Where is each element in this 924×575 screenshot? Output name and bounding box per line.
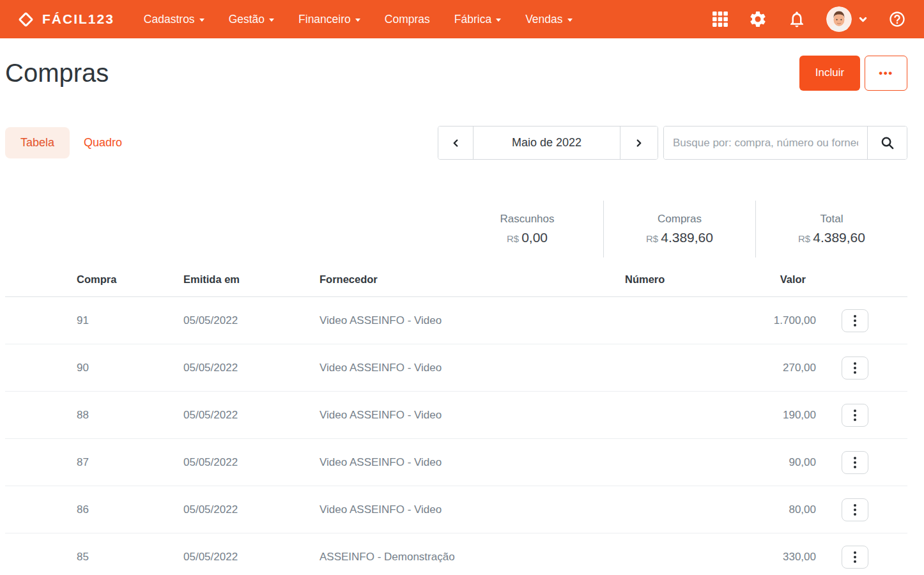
nav-right-actions xyxy=(712,6,906,32)
caret-down-icon xyxy=(496,19,501,22)
row-actions-button[interactable] xyxy=(842,404,868,427)
user-menu[interactable] xyxy=(826,6,868,32)
menu-item-label: Cadastros xyxy=(144,13,195,26)
menu-item-cadastros[interactable]: Cadastros xyxy=(144,13,204,26)
table-row[interactable]: 90 05/05/2022 Video ASSEINFO - Video 270… xyxy=(5,344,907,392)
search-input[interactable] xyxy=(664,126,867,159)
title-row: Compras Incluir ••• xyxy=(5,55,907,91)
top-nav: FÁCIL123 Cadastros Gestão Financeiro Com… xyxy=(0,0,924,38)
search-button[interactable] xyxy=(867,126,907,159)
stat-value: R$0,00 xyxy=(507,230,548,245)
table-row[interactable]: 86 05/05/2022 Video ASSEINFO - Video 80,… xyxy=(5,486,907,533)
menu-item-compras[interactable]: Compras xyxy=(385,13,430,26)
row-actions-button[interactable] xyxy=(842,309,868,332)
main-menu: Cadastros Gestão Financeiro Compras Fábr… xyxy=(144,13,573,26)
col-header-fornecedor: Fornecedor xyxy=(320,273,625,286)
col-header-numero: Número xyxy=(625,273,740,286)
row-actions-button[interactable] xyxy=(842,451,868,474)
menu-item-label: Gestão xyxy=(229,13,265,26)
tab-quadro[interactable]: Quadro xyxy=(84,136,122,150)
cell-fornecedor: Video ASSEINFO - Video xyxy=(320,314,625,327)
menu-item-label: Vendas xyxy=(525,13,562,26)
menu-item-financeiro[interactable]: Financeiro xyxy=(298,13,360,26)
stat-rascunhos: Rascunhos R$0,00 xyxy=(451,201,603,257)
cell-fornecedor: ASSEINFO - Demonstração xyxy=(320,551,625,564)
summary-row: Rascunhos R$0,00 Compras R$4.389,60 Tota… xyxy=(5,201,907,257)
table-row[interactable]: 85 05/05/2022 ASSEINFO - Demonstração 33… xyxy=(5,533,907,575)
cell-fornecedor: Video ASSEINFO - Video xyxy=(320,409,625,422)
cell-compra: 90 xyxy=(77,362,183,374)
cell-emitida: 05/05/2022 xyxy=(183,456,320,469)
brand-diamond-icon xyxy=(18,12,33,27)
menu-item-label: Fábrica xyxy=(454,13,491,26)
cell-valor: 90,00 xyxy=(740,456,816,469)
cell-emitida: 05/05/2022 xyxy=(183,409,320,422)
stat-label: Rascunhos xyxy=(500,213,554,226)
row-actions-button[interactable] xyxy=(842,498,868,521)
next-month-button[interactable] xyxy=(620,126,658,159)
cell-valor: 80,00 xyxy=(740,503,816,516)
cell-emitida: 05/05/2022 xyxy=(183,362,320,374)
chevron-right-icon xyxy=(633,137,645,149)
help-icon[interactable] xyxy=(888,10,906,28)
cell-valor: 1.700,00 xyxy=(740,314,816,327)
table-row[interactable]: 91 05/05/2022 Video ASSEINFO - Video 1.7… xyxy=(5,297,907,344)
menu-item-vendas[interactable]: Vendas xyxy=(525,13,572,26)
stat-value: R$4.389,60 xyxy=(798,230,865,245)
col-header-emitida: Emitida em xyxy=(183,273,320,286)
cell-valor: 330,00 xyxy=(740,551,816,564)
col-header-valor: Valor xyxy=(740,273,816,286)
chevron-left-icon xyxy=(450,137,461,149)
prev-month-button[interactable] xyxy=(438,126,473,159)
more-options-button[interactable]: ••• xyxy=(865,56,907,91)
page-title: Compras xyxy=(5,59,109,88)
chevron-down-icon xyxy=(858,14,868,25)
filter-row: Tabela Quadro Maio de 2022 xyxy=(5,126,907,160)
cell-compra: 91 xyxy=(77,314,183,327)
cell-valor: 190,00 xyxy=(740,409,816,422)
cell-emitida: 05/05/2022 xyxy=(183,551,320,564)
title-actions: Incluir ••• xyxy=(799,56,907,91)
incluir-button[interactable]: Incluir xyxy=(799,56,860,91)
caret-down-icon xyxy=(567,19,573,22)
stat-value: R$4.389,60 xyxy=(646,230,713,245)
cell-fornecedor: Video ASSEINFO - Video xyxy=(320,456,625,469)
cell-fornecedor: Video ASSEINFO - Video xyxy=(320,362,625,374)
bell-icon[interactable] xyxy=(787,10,806,29)
menu-item-gestao[interactable]: Gestão xyxy=(229,13,274,26)
cell-compra: 85 xyxy=(77,551,183,564)
row-actions-button[interactable] xyxy=(842,356,868,379)
view-tabs: Tabela Quadro xyxy=(5,127,122,158)
tab-tabela[interactable]: Tabela xyxy=(5,127,70,158)
stat-total: Total R$4.389,60 xyxy=(755,201,907,257)
cell-emitida: 05/05/2022 xyxy=(183,503,320,516)
menu-item-label: Compras xyxy=(385,13,430,26)
row-actions-button[interactable] xyxy=(842,546,868,569)
period-navigator: Maio de 2022 xyxy=(438,126,658,160)
stat-label: Total xyxy=(820,213,843,226)
caret-down-icon xyxy=(355,19,360,22)
avatar xyxy=(826,6,852,32)
period-label[interactable]: Maio de 2022 xyxy=(473,126,620,159)
cell-fornecedor: Video ASSEINFO - Video xyxy=(320,503,625,516)
table-row[interactable]: 88 05/05/2022 Video ASSEINFO - Video 190… xyxy=(5,392,907,439)
stat-compras: Compras R$4.389,60 xyxy=(603,201,755,257)
cell-emitida: 05/05/2022 xyxy=(183,314,320,327)
compras-page: Compras Incluir ••• Tabela Quadro Maio d… xyxy=(0,55,924,575)
table-row[interactable]: 87 05/05/2022 Video ASSEINFO - Video 90,… xyxy=(5,439,907,486)
table-header: Compra Emitida em Fornecedor Número Valo… xyxy=(5,263,907,297)
brand-logo[interactable]: FÁCIL123 xyxy=(18,12,114,27)
apps-grid-icon[interactable] xyxy=(712,11,728,27)
cell-compra: 88 xyxy=(77,409,183,422)
caret-down-icon xyxy=(269,19,274,22)
search-icon xyxy=(880,135,895,150)
cell-compra: 86 xyxy=(77,503,183,516)
gear-icon[interactable] xyxy=(748,10,767,29)
stat-label: Compras xyxy=(658,213,702,226)
col-header-compra: Compra xyxy=(77,273,183,286)
menu-item-label: Financeiro xyxy=(298,13,351,26)
search-box xyxy=(663,126,907,160)
caret-down-icon xyxy=(199,19,204,22)
brand-name: FÁCIL123 xyxy=(42,12,114,27)
menu-item-fabrica[interactable]: Fábrica xyxy=(454,13,501,26)
